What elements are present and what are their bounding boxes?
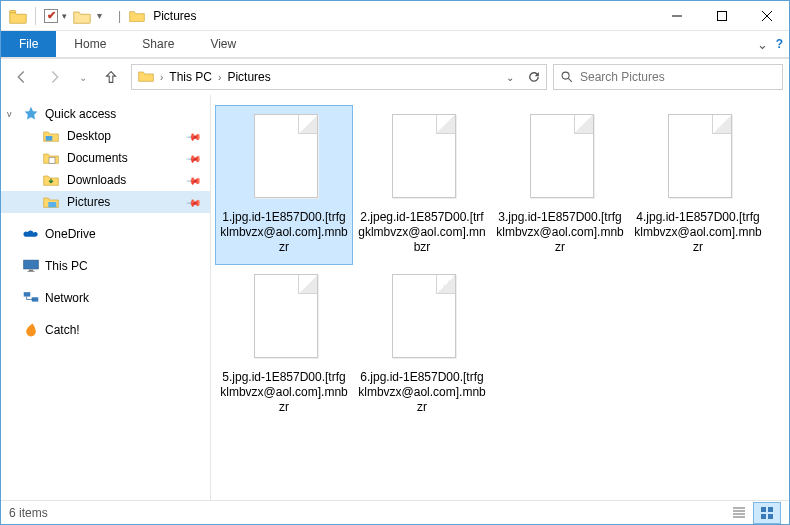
sidebar-item-label: Quick access bbox=[45, 107, 116, 121]
file-icon bbox=[246, 272, 322, 362]
file-icon bbox=[246, 112, 322, 202]
files-pane[interactable]: 1.jpg.id-1E857D00.[trfgklmbvzx@aol.com].… bbox=[211, 95, 789, 500]
svg-point-2 bbox=[562, 72, 569, 79]
file-icon bbox=[384, 112, 460, 202]
file-item[interactable]: 4.jpg.id-1E857D00.[trfgklmbvzx@aol.com].… bbox=[629, 105, 767, 265]
folder-icon bbox=[43, 128, 59, 144]
minimize-button[interactable] bbox=[654, 1, 699, 30]
search-placeholder: Search Pictures bbox=[580, 70, 665, 84]
svg-rect-8 bbox=[27, 271, 34, 272]
qat-separator bbox=[35, 7, 36, 25]
sidebar-item-label: This PC bbox=[45, 259, 88, 273]
folder-icon bbox=[43, 194, 59, 210]
navigation-row: ⌄ › This PC › Pictures ⌄ Search Pictures bbox=[1, 59, 789, 95]
tab-view[interactable]: View bbox=[192, 31, 254, 57]
folder-icon bbox=[43, 150, 59, 166]
close-button[interactable] bbox=[744, 1, 789, 30]
file-item[interactable]: 2.jpeg.id-1E857D00.[trfgklmbvzx@aol.com]… bbox=[353, 105, 491, 265]
tab-home[interactable]: Home bbox=[56, 31, 124, 57]
title-block: | Pictures bbox=[118, 9, 196, 23]
crumb-this-pc[interactable]: This PC bbox=[169, 70, 212, 84]
status-bar: 6 items bbox=[1, 500, 789, 524]
location-folder-icon bbox=[129, 9, 145, 23]
svg-rect-6 bbox=[24, 260, 39, 269]
sidebar-this-pc[interactable]: This PC bbox=[1, 255, 210, 277]
breadcrumb[interactable]: This PC bbox=[169, 70, 212, 84]
address-dropdown-button[interactable]: ⌄ bbox=[498, 65, 522, 89]
file-tab[interactable]: File bbox=[1, 31, 56, 57]
svg-rect-9 bbox=[24, 292, 31, 296]
file-item[interactable]: 1.jpg.id-1E857D00.[trfgklmbvzx@aol.com].… bbox=[215, 105, 353, 265]
svg-rect-12 bbox=[768, 507, 773, 512]
file-icon bbox=[522, 112, 598, 202]
svg-rect-11 bbox=[761, 507, 766, 512]
sidebar-item-documents[interactable]: Documents 📌 bbox=[1, 147, 210, 169]
file-icon bbox=[384, 272, 460, 362]
sidebar-quick-access[interactable]: v Quick access bbox=[1, 103, 210, 125]
qat-properties-checkbox[interactable]: ✔ bbox=[44, 9, 58, 23]
chevron-right-icon[interactable]: › bbox=[216, 72, 223, 83]
pin-icon: 📌 bbox=[186, 128, 202, 144]
sidebar-item-label: Documents bbox=[67, 151, 128, 165]
svg-rect-13 bbox=[761, 514, 766, 519]
qat-newfolder-icon[interactable] bbox=[73, 9, 91, 23]
qat-dropdown-icon[interactable]: ▾ bbox=[62, 11, 67, 21]
ribbon: File Home Share View ⌄ ? bbox=[1, 31, 789, 57]
sidebar-item-pictures[interactable]: Pictures 📌 bbox=[1, 191, 210, 213]
sidebar-onedrive[interactable]: OneDrive bbox=[1, 223, 210, 245]
pin-icon: 📌 bbox=[186, 194, 202, 210]
file-item[interactable]: 5.jpg.id-1E857D00.[trfgklmbvzx@aol.com].… bbox=[215, 265, 353, 425]
sidebar-item-label: Pictures bbox=[67, 195, 110, 209]
sidebar-item-label: Network bbox=[45, 291, 89, 305]
sidebar-item-label: Catch! bbox=[45, 323, 80, 337]
ribbon-expand-icon[interactable]: ⌄ bbox=[757, 37, 768, 52]
title-bar: ✔ ▾ ▾ | Pictures bbox=[1, 1, 789, 31]
forward-button[interactable] bbox=[41, 63, 69, 91]
window-title-separator: | bbox=[118, 9, 121, 23]
sidebar-item-downloads[interactable]: Downloads 📌 bbox=[1, 169, 210, 191]
up-button[interactable] bbox=[97, 63, 125, 91]
svg-rect-4 bbox=[49, 157, 55, 163]
svg-rect-0 bbox=[10, 10, 16, 12]
content-area: v Quick access Desktop 📌 Documents 📌 Dow… bbox=[1, 95, 789, 500]
window-title: Pictures bbox=[153, 9, 196, 23]
chevron-down-icon[interactable]: v bbox=[7, 109, 12, 119]
catch-icon bbox=[23, 322, 39, 338]
crumb-pictures[interactable]: Pictures bbox=[227, 70, 270, 84]
file-icon bbox=[660, 112, 736, 202]
network-icon bbox=[23, 290, 39, 306]
sidebar-item-desktop[interactable]: Desktop 📌 bbox=[1, 125, 210, 147]
view-details-button[interactable] bbox=[725, 502, 753, 524]
file-item[interactable]: 3.jpg.id-1E857D00.[trfgklmbvzx@aol.com].… bbox=[491, 105, 629, 265]
recent-locations-button[interactable]: ⌄ bbox=[75, 63, 91, 91]
svg-rect-1 bbox=[717, 11, 726, 20]
back-button[interactable] bbox=[7, 63, 35, 91]
navigation-pane: v Quick access Desktop 📌 Documents 📌 Dow… bbox=[1, 95, 211, 500]
quick-access-toolbar: ✔ ▾ ▾ bbox=[1, 7, 102, 25]
folder-icon bbox=[43, 172, 59, 188]
refresh-button[interactable] bbox=[522, 65, 546, 89]
maximize-button[interactable] bbox=[699, 1, 744, 30]
search-input[interactable]: Search Pictures bbox=[553, 64, 783, 90]
file-label: 2.jpeg.id-1E857D00.[trfgklmbvzx@aol.com]… bbox=[356, 210, 488, 255]
star-icon bbox=[23, 106, 39, 122]
file-label: 5.jpg.id-1E857D00.[trfgklmbvzx@aol.com].… bbox=[218, 370, 350, 415]
chevron-right-icon[interactable]: › bbox=[158, 72, 165, 83]
svg-rect-5 bbox=[48, 202, 56, 207]
svg-rect-14 bbox=[768, 514, 773, 519]
qat-overflow-icon[interactable]: ▾ bbox=[97, 10, 102, 21]
pin-icon: 📌 bbox=[186, 172, 202, 188]
file-item[interactable]: 6.jpg.id-1E857D00.[trfgklmbvzx@aol.com].… bbox=[353, 265, 491, 425]
ribbon-help-icon[interactable]: ? bbox=[776, 37, 783, 51]
app-folder-icon bbox=[9, 9, 27, 23]
sidebar-item-label: Downloads bbox=[67, 173, 126, 187]
window-controls bbox=[654, 1, 789, 30]
sidebar-network[interactable]: Network bbox=[1, 287, 210, 309]
monitor-icon bbox=[23, 258, 39, 274]
address-bar[interactable]: › This PC › Pictures ⌄ bbox=[131, 64, 547, 90]
tab-share[interactable]: Share bbox=[124, 31, 192, 57]
sidebar-item-label: Desktop bbox=[67, 129, 111, 143]
sidebar-catch[interactable]: Catch! bbox=[1, 319, 210, 341]
breadcrumb[interactable]: Pictures bbox=[227, 70, 270, 84]
view-large-icons-button[interactable] bbox=[753, 502, 781, 524]
